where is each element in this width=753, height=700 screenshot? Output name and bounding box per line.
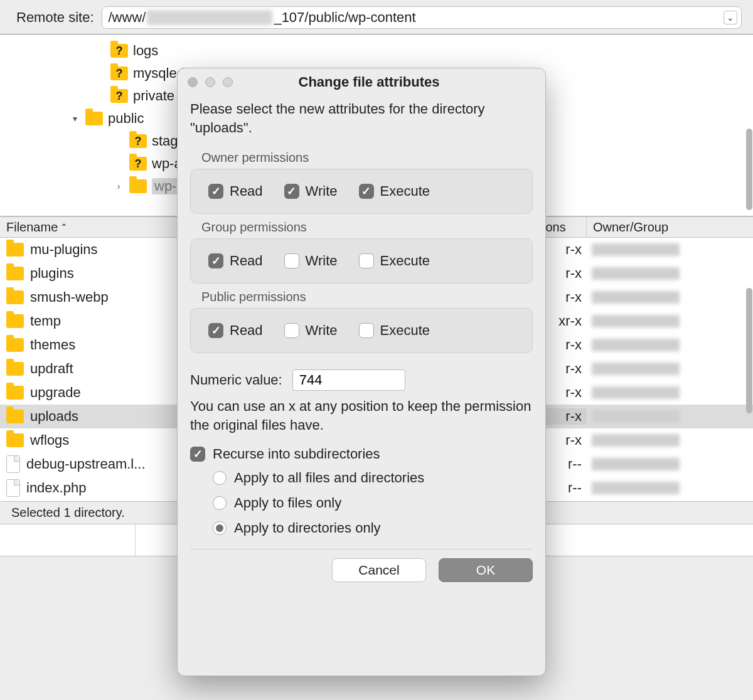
file-owner-group [587, 458, 753, 470]
read-checkbox-row[interactable]: Read [208, 322, 263, 339]
close-icon[interactable] [188, 77, 198, 87]
redacted-segment [592, 363, 680, 375]
chevron-down-icon[interactable]: ⌄ [724, 11, 737, 24]
file-owner-group [587, 434, 753, 447]
disclosure-icon[interactable]: ▾ [69, 114, 80, 124]
execute-checkbox[interactable] [359, 323, 374, 338]
redacted-segment [592, 315, 680, 327]
redacted-segment [147, 10, 272, 25]
dialog-title: Change file attributes [240, 74, 498, 90]
folder-unknown-icon [129, 134, 147, 148]
folder-icon [85, 112, 103, 125]
apply-option[interactable]: Apply to directories only [213, 520, 533, 536]
execute-checkbox[interactable] [359, 253, 374, 268]
file-name: wflogs [30, 432, 69, 448]
write-checkbox[interactable] [284, 253, 299, 268]
redacted-segment [592, 243, 680, 256]
folder-icon [6, 290, 24, 304]
redacted-segment [592, 482, 680, 494]
zoom-icon[interactable] [223, 77, 233, 87]
path-prefix: /www/ [109, 9, 146, 26]
folder-unknown-icon [129, 157, 147, 171]
file-owner-group [587, 386, 753, 399]
permissions-group-label: Public permissions [201, 290, 533, 304]
cancel-button[interactable]: Cancel [332, 558, 426, 582]
folder-unknown-icon [110, 89, 128, 103]
permissions-group-group: ReadWriteExecute [190, 238, 533, 284]
write-checkbox-row[interactable]: Write [284, 183, 338, 199]
read-checkbox-row[interactable]: Read [208, 253, 263, 269]
redacted-segment [592, 339, 680, 351]
tree-item[interactable]: logs [0, 40, 753, 62]
radio-button[interactable] [213, 521, 227, 535]
read-checkbox[interactable] [208, 184, 223, 199]
ok-button[interactable]: OK [439, 558, 533, 582]
recurse-checkbox-row[interactable]: Recurse into subdirectories [190, 446, 533, 462]
redacted-segment [592, 291, 680, 304]
file-name: updraft [30, 361, 73, 377]
redacted-segment [592, 267, 680, 280]
scrollbar-thumb[interactable] [746, 129, 752, 210]
write-checkbox-row[interactable]: Write [284, 253, 338, 269]
execute-checkbox-row[interactable]: Execute [359, 183, 430, 199]
folder-icon [6, 314, 24, 328]
file-name: themes [30, 337, 75, 353]
dialog-separator [190, 549, 533, 549]
recurse-checkbox[interactable] [190, 447, 205, 462]
remote-path-combo[interactable]: /www/ _107/public/wp-content ⌄ [102, 6, 742, 29]
numeric-value-input[interactable] [292, 369, 405, 391]
permissions-group-owner: ReadWriteExecute [190, 169, 533, 214]
file-owner-group [587, 363, 753, 375]
file-owner-group [587, 410, 753, 423]
status-text: Selected 1 directory. [11, 506, 125, 520]
permissions-group-label: Group permissions [201, 220, 533, 235]
sort-up-icon: ⌃ [60, 222, 68, 232]
folder-icon [129, 179, 147, 193]
tree-item-label: public [108, 110, 144, 127]
write-checkbox[interactable] [284, 184, 299, 199]
scrollbar-thumb[interactable] [746, 288, 752, 413]
radio-button[interactable] [213, 471, 227, 485]
folder-icon [6, 410, 24, 423]
path-suffix: _107/public/wp-content [274, 9, 415, 26]
folder-icon [6, 362, 24, 376]
execute-label: Execute [380, 322, 430, 339]
file-icon [6, 479, 20, 497]
execute-label: Execute [380, 183, 430, 199]
file-owner-group [587, 339, 753, 351]
write-checkbox[interactable] [284, 323, 299, 338]
execute-checkbox[interactable] [359, 184, 374, 199]
change-attributes-dialog: Change file attributes Please select the… [177, 68, 546, 676]
folder-unknown-icon [110, 66, 128, 80]
file-name: index.php [26, 480, 86, 496]
apply-option[interactable]: Apply to all files and directories [213, 470, 533, 486]
file-icon [6, 455, 20, 473]
file-owner-group [587, 315, 753, 327]
tree-item-label: private [133, 88, 174, 104]
read-label: Read [230, 183, 263, 199]
file-name: smush-webp [30, 289, 109, 305]
apply-option[interactable]: Apply to files only [213, 495, 533, 511]
permissions-group-public: ReadWriteExecute [190, 308, 533, 353]
file-name: uploads [30, 408, 78, 425]
file-owner-group [587, 482, 753, 494]
folder-unknown-icon [110, 44, 128, 58]
minimize-icon[interactable] [205, 77, 215, 87]
recurse-label: Recurse into subdirectories [213, 446, 380, 462]
write-checkbox-row[interactable]: Write [284, 322, 338, 339]
redacted-segment [592, 410, 680, 423]
read-checkbox-row[interactable]: Read [208, 183, 263, 199]
write-label: Write [306, 183, 338, 199]
radio-button[interactable] [213, 496, 227, 510]
execute-label: Execute [380, 253, 430, 269]
remote-site-label: Remote site: [16, 9, 94, 26]
file-name: upgrade [30, 384, 81, 401]
execute-checkbox-row[interactable]: Execute [359, 322, 430, 339]
read-checkbox[interactable] [208, 323, 223, 338]
read-label: Read [230, 253, 263, 269]
read-checkbox[interactable] [208, 253, 223, 268]
dialog-titlebar[interactable]: Change file attributes [178, 68, 545, 96]
disclosure-icon[interactable]: › [113, 181, 124, 191]
column-owner-group[interactable]: Owner/Group [587, 217, 753, 237]
execute-checkbox-row[interactable]: Execute [359, 253, 430, 269]
